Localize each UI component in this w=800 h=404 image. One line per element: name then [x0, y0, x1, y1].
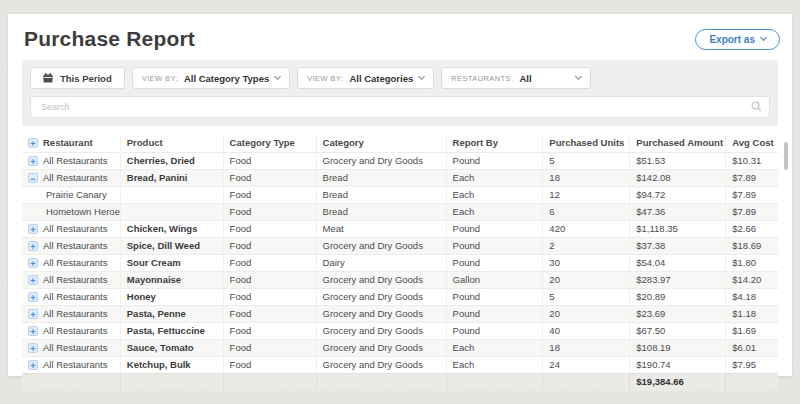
plus-icon[interactable]: +: [28, 360, 38, 370]
plus-icon[interactable]: +: [28, 224, 38, 234]
table-row: Prairie Canary Food Bread Each 12 $94.72…: [22, 187, 778, 204]
avg-cost-cell: $1.18: [726, 306, 778, 323]
page-title: Purchase Report: [24, 27, 195, 51]
category-type-cell: Food: [223, 323, 316, 340]
restaurant-name: All Restaurants: [43, 308, 107, 319]
column-header-purchased-units: Purchased Units: [543, 135, 630, 153]
purchased-amount-cell: $283.97: [630, 272, 726, 289]
purchased-units-cell: 5: [543, 289, 630, 306]
category-cell: Grocery and Dry Goods: [316, 306, 446, 323]
restaurant-name: All Restaurants: [43, 172, 107, 183]
purchased-units-cell: 20: [543, 272, 630, 289]
table-row: Hometown Heroes Food Bread Each 6 $47.36…: [22, 204, 778, 221]
report-by-cell: Pound: [446, 153, 543, 170]
expand-all-icon[interactable]: +: [28, 138, 38, 148]
column-header-purchased-amount: Purchased Amount: [630, 135, 726, 153]
plus-icon[interactable]: +: [28, 326, 38, 336]
minus-icon[interactable]: −: [28, 173, 38, 183]
product-cell: [120, 204, 223, 221]
chevron-down-icon: [575, 73, 582, 80]
table-header-row: +Restaurant Product Category Type Catego…: [22, 135, 778, 153]
category-type-dropdown-value: All Category Types: [184, 73, 269, 84]
product-cell: Chicken, Wings: [120, 221, 223, 238]
column-header-restaurant: +Restaurant: [22, 135, 120, 153]
table-row: +All Restaurants Spice, Dill Weed Food G…: [22, 238, 778, 255]
report-by-cell: Each: [446, 357, 543, 374]
product-cell: Ketchup, Bulk: [120, 357, 223, 374]
restaurant-name: All Restaurants: [43, 223, 107, 234]
category-type-cell: Food: [223, 306, 316, 323]
category-cell: Bread: [316, 204, 446, 221]
avg-cost-cell: $14.20: [726, 272, 778, 289]
period-button[interactable]: This Period: [30, 67, 125, 89]
plus-icon[interactable]: +: [28, 309, 38, 319]
column-header-category: Category: [316, 135, 446, 153]
purchased-amount-cell: $51.53: [630, 153, 726, 170]
plus-icon[interactable]: +: [28, 156, 38, 166]
category-type-cell: Food: [223, 204, 316, 221]
plus-icon[interactable]: +: [28, 241, 38, 251]
avg-cost-cell: $1.69: [726, 323, 778, 340]
product-cell: Cherries, Dried: [120, 153, 223, 170]
export-as-button[interactable]: Export as: [695, 29, 780, 50]
restaurant-name: Prairie Canary: [46, 189, 107, 200]
restaurant-name: Hometown Heroes: [46, 206, 120, 217]
avg-cost-cell: $7.95: [726, 357, 778, 374]
category-dropdown-label: VIEW BY:: [307, 74, 343, 83]
category-dropdown[interactable]: VIEW BY: All Categories: [297, 67, 434, 89]
category-type-cell: Food: [223, 357, 316, 374]
avg-cost-cell: $7.89: [726, 170, 778, 187]
purchased-amount-cell: $20.89: [630, 289, 726, 306]
category-cell: Grocery and Dry Goods: [316, 289, 446, 306]
restaurants-dropdown[interactable]: RESTAURANTS: All: [441, 67, 591, 89]
table-row: +All Restaurants Pasta, Fettuccine Food …: [22, 323, 778, 340]
total-row: $19,384.66: [22, 374, 778, 391]
table-row: +All Restaurants Ketchup, Bulk Food Groc…: [22, 357, 778, 374]
report-by-cell: Pound: [446, 255, 543, 272]
avg-cost-cell: $6.01: [726, 340, 778, 357]
restaurant-name: All Restaurants: [43, 359, 107, 370]
plus-icon[interactable]: +: [28, 258, 38, 268]
category-cell: Grocery and Dry Goods: [316, 238, 446, 255]
purchased-amount-cell: $54.04: [630, 255, 726, 272]
plus-icon[interactable]: +: [28, 343, 38, 353]
chevron-down-icon: [274, 73, 281, 80]
purchased-units-cell: 5: [543, 153, 630, 170]
category-cell: Bread: [316, 170, 446, 187]
product-cell: Mayonnaise: [120, 272, 223, 289]
restaurant-name: All Restaurants: [43, 257, 107, 268]
purchased-units-cell: 2: [543, 238, 630, 255]
purchased-amount-cell: $1,118.35: [630, 221, 726, 238]
category-cell: Grocery and Dry Goods: [316, 323, 446, 340]
category-type-dropdown-label: VIEW BY:: [142, 74, 178, 83]
product-cell: Sauce, Tomato: [120, 340, 223, 357]
category-type-cell: Food: [223, 238, 316, 255]
product-cell: Spice, Dill Weed: [120, 238, 223, 255]
purchased-amount-cell: $47.36: [630, 204, 726, 221]
plus-icon[interactable]: +: [28, 292, 38, 302]
table-row: +All Restaurants Pasta, Penne Food Groce…: [22, 306, 778, 323]
report-by-cell: Pound: [446, 238, 543, 255]
category-dropdown-value: All Categories: [349, 73, 413, 84]
search-input[interactable]: [30, 96, 770, 118]
column-header-product: Product: [120, 135, 223, 153]
purchased-amount-cell: $190.74: [630, 357, 726, 374]
plus-icon[interactable]: +: [28, 275, 38, 285]
table-body: +All Restaurants Cherries, Dried Food Gr…: [22, 153, 778, 374]
purchased-amount-cell: $23.69: [630, 306, 726, 323]
purchase-table: +Restaurant Product Category Type Catego…: [22, 135, 778, 391]
avg-cost-cell: $7.89: [726, 187, 778, 204]
purchased-amount-cell: $142.08: [630, 170, 726, 187]
category-type-cell: Food: [223, 272, 316, 289]
vertical-scrollbar[interactable]: [784, 142, 788, 170]
avg-cost-cell: $10.31: [726, 153, 778, 170]
table-row: +All Restaurants Chicken, Wings Food Mea…: [22, 221, 778, 238]
category-type-dropdown[interactable]: VIEW BY: All Category Types: [132, 67, 291, 89]
purchased-units-cell: 420: [543, 221, 630, 238]
total-purchased-amount: $19,384.66: [630, 374, 726, 391]
table-row: +All Restaurants Sour Cream Food Dairy P…: [22, 255, 778, 272]
report-by-cell: Each: [446, 340, 543, 357]
purchase-report-card: Purchase Report Export as This Period VI…: [8, 14, 792, 376]
search-row: [30, 96, 770, 118]
product-cell: Pasta, Penne: [120, 306, 223, 323]
